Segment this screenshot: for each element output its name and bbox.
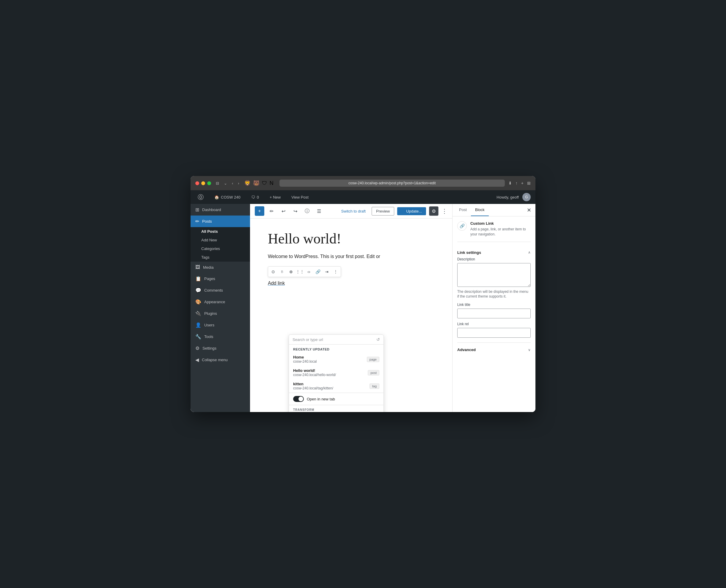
sidebar-toggle-icon[interactable]: ⊟ xyxy=(215,181,220,186)
sidebar-label-media: Media xyxy=(203,265,213,270)
link-rel-group: Link rel xyxy=(457,322,531,338)
search-result-home[interactable]: Home cosw-240.local page xyxy=(289,353,383,366)
submenu-tags[interactable]: Tags xyxy=(191,253,250,261)
pages-icon: 📋 xyxy=(195,276,201,281)
result-info-kitten: kitten cosw-240.local/tag/kitten/ xyxy=(293,382,333,390)
add-block-button[interactable]: + xyxy=(255,206,264,216)
posts-icon: ✏ xyxy=(195,218,199,224)
info-button[interactable]: ⓘ xyxy=(302,206,312,216)
sidebar-item-pages[interactable]: 📋 Pages xyxy=(191,273,250,285)
editor-content[interactable]: Hello world! Welcome to WordPress. This … xyxy=(250,218,452,412)
wp-sidebar: ⊞ Dashboard ✏ Posts All Posts Add New Ca… xyxy=(191,204,250,412)
embed-button[interactable]: ⊕ xyxy=(287,267,295,276)
settings-panel-button[interactable]: ⚙ xyxy=(429,206,438,216)
minimize-button[interactable] xyxy=(201,181,205,185)
extension-icon[interactable]: 🐻 xyxy=(253,180,260,186)
redo-button[interactable]: ↪ xyxy=(290,206,300,216)
url-bar[interactable]: cosw-240.local/wp-admin/post.php?post=1&… xyxy=(279,180,505,187)
browser-controls: ⊟ ⌄ ‹ › xyxy=(215,181,241,186)
sidebar-item-appearance[interactable]: 🎨 Appearance xyxy=(191,296,250,308)
undo-button[interactable]: ↩ xyxy=(278,206,288,216)
plugins-icon: 🔌 xyxy=(195,311,201,316)
sidebar-item-posts[interactable]: ✏ Posts xyxy=(191,215,250,227)
new-label: + New xyxy=(270,195,281,200)
wp-logo-item[interactable]: ⓪ xyxy=(195,192,206,203)
submenu-all-posts[interactable]: All Posts xyxy=(191,227,250,236)
transform-label: TRANSFORM xyxy=(293,408,379,412)
notion-icon[interactable]: N xyxy=(270,180,273,186)
sidebar-item-dashboard[interactable]: ⊞ Dashboard xyxy=(191,204,250,215)
custom-link-icon: 🔗 xyxy=(457,221,467,231)
transform-section: TRANSFORM ⊙ Site Logo ◁ Social Icons xyxy=(289,405,383,412)
close-button[interactable] xyxy=(195,181,199,185)
more-options-button[interactable]: ⋮ xyxy=(441,208,448,215)
sidebar-item-collapse[interactable]: ◀ Collapse menu xyxy=(191,354,250,366)
sidebar-item-users[interactable]: 👤 Users xyxy=(191,319,250,331)
browser-right-controls: ⬇ ↑ + ⊞ xyxy=(509,181,531,186)
link-rel-input[interactable] xyxy=(457,328,531,338)
sidebar-label-users: Users xyxy=(204,323,214,327)
tools-button[interactable]: ✏ xyxy=(267,206,276,216)
block-transform-button[interactable]: B xyxy=(278,267,287,276)
update-button[interactable]: Update... xyxy=(397,207,426,215)
tab-post[interactable]: Post xyxy=(455,204,471,216)
post-title[interactable]: Hello world! xyxy=(268,230,434,247)
description-label: Description xyxy=(457,257,531,261)
list-view-button[interactable]: ☰ xyxy=(314,206,324,216)
sidebar-item-media[interactable]: 🖼 Media xyxy=(191,261,250,273)
result-title-home: Home xyxy=(293,355,317,359)
sidebar-item-comments[interactable]: 💬 Comments xyxy=(191,285,250,296)
new-post-item[interactable]: + New xyxy=(267,194,283,201)
site-name-item[interactable]: 🏠 COSW 240 xyxy=(212,194,243,201)
post-body[interactable]: Welcome to WordPress. This is your first… xyxy=(268,253,434,260)
search-result-kitten[interactable]: kitten cosw-240.local/tag/kitten/ tag xyxy=(289,379,383,393)
back-icon[interactable]: ‹ xyxy=(231,181,234,186)
submenu-add-new[interactable]: Add New xyxy=(191,236,250,244)
description-group: Description The description will be disp… xyxy=(457,257,531,299)
tab-block[interactable]: Block xyxy=(471,204,489,216)
open-new-tab-label: Open in new tab xyxy=(307,397,335,401)
popup-footer: Open in new tab xyxy=(289,393,383,405)
link-button[interactable]: 🔗 xyxy=(313,267,322,276)
forward-icon[interactable]: › xyxy=(237,181,240,186)
switch-to-draft-button[interactable]: Switch to draft xyxy=(338,207,369,215)
traffic-lights xyxy=(195,181,211,185)
link-title-input[interactable] xyxy=(457,309,531,318)
shield-icon[interactable]: 🛡 xyxy=(262,180,267,186)
indent-button[interactable]: ⇥ xyxy=(322,267,331,276)
move-up-button[interactable]: ‹› xyxy=(305,267,313,276)
drag-handle[interactable]: ⋮⋮ xyxy=(295,267,305,276)
view-post-item[interactable]: View Post xyxy=(289,194,311,201)
result-info-hello-world: Hello world! cosw-240.local/hello-world/ xyxy=(293,368,336,377)
open-new-tab-toggle[interactable] xyxy=(293,396,304,402)
description-textarea[interactable] xyxy=(457,263,531,287)
more-block-options[interactable]: ⋮ xyxy=(331,267,340,276)
chevron-down-icon[interactable]: ⌄ xyxy=(223,181,228,186)
sidebar-item-plugins[interactable]: 🔌 Plugins xyxy=(191,308,250,319)
update-label: Update... xyxy=(406,209,422,213)
maximize-button[interactable] xyxy=(207,181,211,185)
sidebar-item-settings[interactable]: ⚙ Settings xyxy=(191,342,250,354)
download-icon[interactable]: ⬇ xyxy=(509,181,512,186)
submenu-categories[interactable]: Categories xyxy=(191,244,250,253)
add-link-text[interactable]: Add link xyxy=(268,281,434,286)
sidebar-item-tools[interactable]: 🔧 Tools xyxy=(191,331,250,342)
grid-icon[interactable]: ⊞ xyxy=(527,181,531,186)
wp-logo-icon: ⓪ xyxy=(198,193,204,201)
new-tab-icon[interactable]: + xyxy=(521,181,523,186)
link-title-group: Link title xyxy=(457,302,531,318)
result-title-hello-world: Hello world! xyxy=(293,368,336,373)
preview-button[interactable]: Preview xyxy=(372,207,394,215)
result-title-kitten: kitten xyxy=(293,382,333,386)
brave-icon[interactable]: 🦁 xyxy=(244,180,251,186)
block-type-button[interactable]: ⊙ xyxy=(269,267,278,276)
panel-close-button[interactable]: ✕ xyxy=(525,205,533,215)
search-result-hello-world[interactable]: Hello world! cosw-240.local/hello-world/… xyxy=(289,366,383,379)
url-search-input[interactable] xyxy=(293,337,374,342)
share-icon[interactable]: ↑ xyxy=(516,181,518,186)
advanced-header[interactable]: Advanced ∨ xyxy=(457,345,531,354)
link-settings-header[interactable]: Link settings ∧ xyxy=(457,248,531,257)
result-badge-home: page xyxy=(367,357,379,362)
notifications-item[interactable]: 🗨 0 xyxy=(249,194,261,201)
search-spinner-icon: ↺ xyxy=(376,337,380,342)
